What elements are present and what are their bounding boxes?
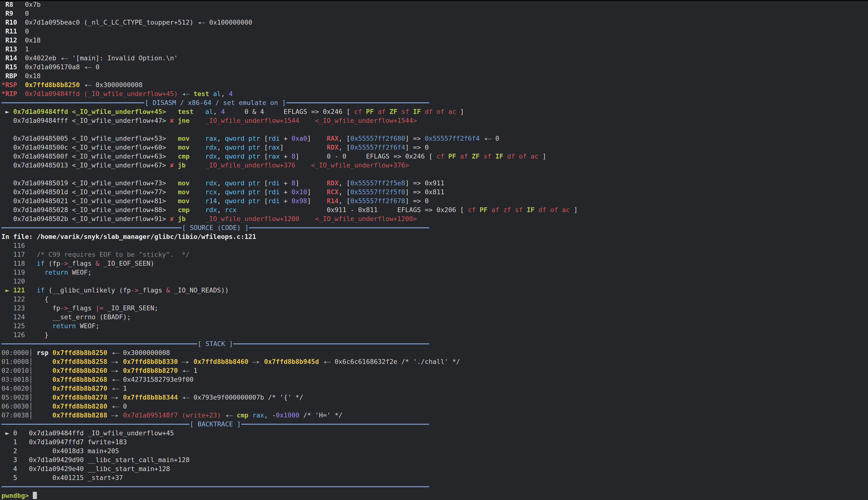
text-segment: 03:0018: [1, 376, 29, 383]
text-segment: [107, 376, 111, 383]
text-segment: jb: [178, 161, 186, 169]
text-segment: ,: [213, 108, 221, 115]
text-segment: 0x7ffd8b8b8330: [123, 358, 178, 365]
text-segment: 120: [1, 277, 25, 285]
text-segment: df: [425, 108, 433, 115]
text-segment: [: [260, 179, 268, 187]
reg-r10: R10 0x7d1a095beac0 (_nl_C_LC_CTYPE_toupp…: [1, 18, 868, 27]
text-segment: [193, 108, 206, 115]
prompt-label: pwndbg>: [1, 492, 29, 499]
text-segment: test: [178, 108, 193, 115]
text-segment: +: [280, 188, 292, 196]
source-line-122: 122 {: [1, 295, 868, 304]
text-segment: 124: [1, 313, 25, 321]
text-segment: mov: [178, 197, 190, 205]
text-segment: PF: [366, 108, 374, 115]
text-segment: ,: [217, 206, 225, 214]
text-segment: fp: [25, 304, 60, 312]
text-segment: │: [29, 411, 33, 419]
text-segment: ]: [456, 108, 464, 115]
source-line-126: 126 }: [1, 330, 868, 339]
text-segment: [189, 135, 205, 142]
stack-line-4: 04:0020│ 0x7ffd8b8b8270 ◂— 1: [1, 384, 868, 393]
text-segment: rdx: [205, 152, 217, 160]
text-segment: return: [52, 322, 76, 330]
text-segment: 4: [221, 108, 225, 115]
text-segment: test: [193, 90, 209, 98]
text-segment: _IO_EOF_SEEN): [99, 260, 154, 267]
text-segment: ,: [217, 135, 225, 142]
text-segment: 2 0x4018d3 main+205: [1, 447, 119, 455]
text-segment: 0: [92, 63, 99, 71]
source-file-line: In file: /home/varik/snyk/slab_manager/g…: [1, 232, 868, 241]
text-segment: [33, 367, 52, 374]
text-segment: ► 0 0x7d1a09484ffd _IO_wfile_underflow+4…: [1, 429, 174, 437]
text-segment: ◂—: [84, 81, 92, 89]
text-segment: +: [280, 179, 292, 187]
text-segment: df: [538, 206, 546, 214]
prompt-line[interactable]: pwndbg>: [1, 491, 868, 500]
text-segment: 0: [13, 10, 29, 17]
text-segment: [107, 394, 111, 401]
text-segment: IF: [413, 108, 421, 115]
terminal-cursor[interactable]: [33, 492, 37, 499]
stack-line-5: 05:0028│ 0x7ffd8b8b8278 —▸ 0x7ffd8b8b834…: [1, 393, 868, 402]
text-segment: —▸: [111, 367, 119, 374]
text-segment: 0x7ffd8b8b8250: [25, 81, 80, 89]
text-segment: WEOF;: [68, 269, 92, 276]
text-segment: _IO_NO_READS)): [170, 286, 229, 294]
text-segment: │: [29, 402, 33, 410]
stack-header-title: [ STACK ]: [197, 340, 233, 348]
text-segment: ◂—: [111, 376, 119, 383]
text-segment: 0x55557ff2f6f4: [425, 135, 480, 142]
text-segment: 123: [1, 304, 25, 312]
text-segment: [480, 135, 483, 142]
text-segment: &: [95, 260, 99, 267]
text-segment: ,: [217, 152, 225, 160]
text-segment: 0 & 4 EFLAGS => 0x246 [: [225, 108, 354, 115]
text-segment: 00:0000: [1, 349, 29, 356]
text-segment: [558, 206, 562, 214]
text-segment: 0x7d1a09484ffd (_IO_wfile_underflow+45): [25, 90, 178, 98]
text-segment: [: [260, 144, 268, 151]
text-segment: ◂—: [111, 385, 119, 392]
text-segment: rcx: [225, 206, 237, 214]
text-segment: [: [260, 188, 268, 196]
text-segment: cf: [468, 206, 476, 214]
source-line-119: 119 return WEOF;: [1, 268, 868, 277]
text-segment: ,: [217, 144, 225, 151]
text-segment: *RIP: [1, 90, 17, 98]
text-segment: /* C99 requires EOF to be "sticky". */: [37, 251, 189, 258]
terminal-screen: R8 0x7b R9 0 R10 0x7d1a095beac0 (_nl_C_L…: [0, 0, 868, 500]
text-segment: af: [378, 108, 386, 115]
text-segment: ac: [562, 206, 570, 214]
disasm-blank-2: [1, 170, 868, 179]
text-segment: [166, 108, 178, 115]
text-segment: 0x4022eb: [17, 54, 60, 62]
text-segment: ◂—: [60, 54, 68, 62]
backtrace-frame-3: 3 0x7d1a09429d90 __libc_start_call_main+…: [1, 455, 868, 464]
text-segment: 0: [17, 27, 29, 35]
text-segment: mov: [178, 135, 190, 142]
disasm-line-jne: 0x7d1a09484fff <_IO_wfile_underflow+47> …: [1, 116, 868, 125]
text-segment: 07:0038: [1, 411, 29, 419]
text-segment: [523, 206, 527, 214]
text-segment: <_IO_wfile_underflow+376>: [311, 161, 409, 169]
source-line-125: 125 return WEOF;: [1, 321, 868, 330]
text-segment: 0x3000000008: [92, 81, 142, 89]
text-segment: 4 0x7d1a09429e40 __libc_start_main+128: [1, 465, 170, 473]
text-segment: 0x7d1a096170a8: [17, 63, 84, 71]
text-segment: 4: [229, 90, 233, 98]
text-segment: 1: [17, 45, 29, 53]
text-segment: R10: [1, 19, 17, 26]
text-segment: [107, 385, 111, 392]
text-segment: ,: [217, 188, 225, 196]
text-segment: 0x7b: [13, 1, 41, 8]
text-segment: rdx: [205, 179, 217, 187]
reg-rsp: *RSP 0x7ffd8b8b8250 ◂— 0x3000000008: [1, 80, 868, 89]
text-segment: 0x7ffd8b8b8258: [52, 358, 107, 365]
text-segment: 1: [119, 385, 127, 392]
text-segment: , [: [339, 179, 350, 187]
backtrace-header-title: [ BACKTRACE ]: [189, 420, 241, 428]
reg-r11: R11 0: [1, 27, 868, 36]
